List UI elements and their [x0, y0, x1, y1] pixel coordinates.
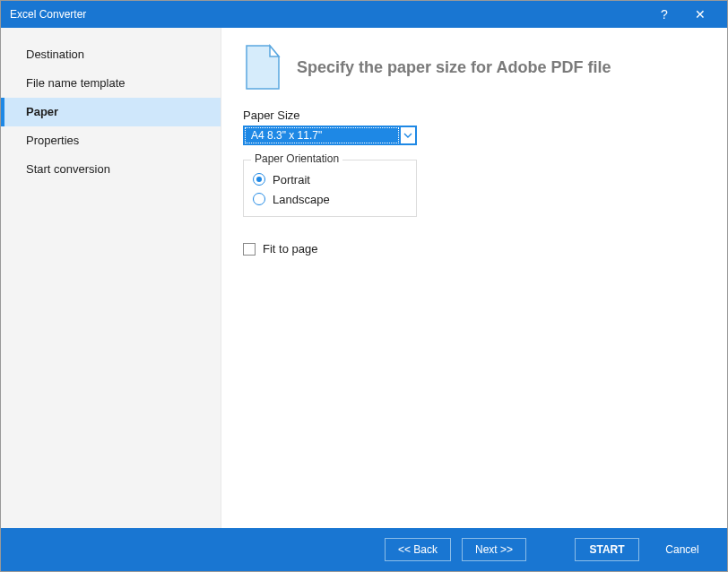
sidebar-item-start-conversion[interactable]: Start conversion	[1, 155, 221, 184]
content-header: Specify the paper size for Adobe PDF fil…	[243, 44, 706, 91]
paper-size-select[interactable]: A4 8.3" x 11.7"	[243, 126, 417, 145]
radio-icon	[253, 173, 265, 186]
fit-to-page-checkbox[interactable]: Fit to page	[243, 242, 706, 256]
radio-portrait[interactable]: Portrait	[253, 169, 407, 189]
page-icon	[243, 44, 282, 91]
chevron-down-icon[interactable]	[400, 126, 416, 144]
sidebar-item-paper[interactable]: Paper	[1, 98, 221, 126]
sidebar-item-destination[interactable]: Destination	[1, 40, 221, 69]
footer-bar: << Back Next >> START Cancel	[1, 528, 727, 571]
paper-size-value: A4 8.3" x 11.7"	[245, 127, 399, 143]
window-title: Excel Converter	[10, 8, 646, 21]
orientation-fieldset: Paper Orientation Portrait Landscape	[243, 160, 417, 217]
sidebar-item-file-name-template[interactable]: File name template	[1, 69, 221, 98]
title-bar: Excel Converter ? ✕	[1, 1, 727, 28]
start-button[interactable]: START	[575, 538, 639, 561]
cancel-button[interactable]: Cancel	[650, 538, 715, 561]
main-area: Destination File name template Paper Pro…	[1, 28, 727, 528]
close-icon[interactable]: ✕	[682, 7, 718, 22]
radio-label: Landscape	[273, 193, 330, 206]
radio-label: Portrait	[273, 173, 310, 186]
radio-icon	[253, 193, 265, 205]
checkbox-label: Fit to page	[263, 242, 317, 256]
sidebar-item-properties[interactable]: Properties	[1, 126, 221, 155]
back-button[interactable]: << Back	[385, 538, 451, 561]
checkbox-icon	[243, 243, 256, 256]
next-button[interactable]: Next >>	[462, 538, 526, 561]
radio-landscape[interactable]: Landscape	[253, 189, 407, 209]
sidebar: Destination File name template Paper Pro…	[1, 28, 221, 528]
paper-size-label: Paper Size	[243, 108, 706, 122]
content-panel: Specify the paper size for Adobe PDF fil…	[221, 28, 727, 528]
orientation-legend: Paper Orientation	[251, 152, 342, 165]
help-icon[interactable]: ?	[646, 7, 682, 22]
content-heading: Specify the paper size for Adobe PDF fil…	[297, 58, 611, 77]
